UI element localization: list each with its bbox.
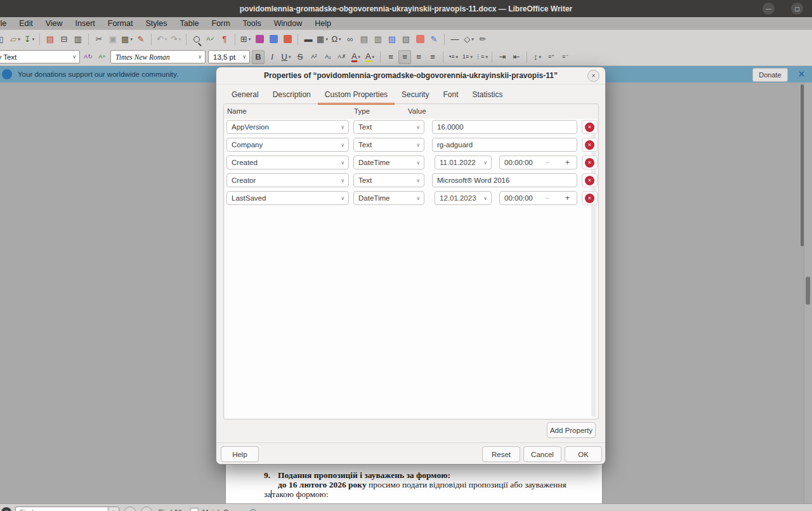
- find-history-dropdown[interactable]: ∨: [108, 507, 119, 511]
- find-and-replace-icon[interactable]: [250, 509, 256, 511]
- match-case-checkbox[interactable]: [190, 508, 199, 511]
- line-spacing-dropdown[interactable]: ▾: [539, 55, 541, 60]
- highlighting-color-dropdown[interactable]: ▾: [372, 55, 375, 60]
- donate-button[interactable]: Donate: [752, 68, 788, 82]
- undo-dropdown[interactable]: ▾: [165, 37, 167, 42]
- find-previous-button[interactable]: ◂: [124, 507, 136, 511]
- insert-page-break-button[interactable]: ▬: [302, 32, 315, 46]
- insert-table-button[interactable]: ⊞▾: [239, 32, 252, 46]
- spelling-button[interactable]: A✓: [204, 32, 217, 46]
- highlighting-color-button[interactable]: A▾: [363, 50, 376, 64]
- scrollbar-thumb[interactable]: [806, 277, 810, 305]
- track-changes-button[interactable]: ✎: [428, 32, 440, 46]
- unordered-list-button[interactable]: •≡▾: [447, 50, 460, 64]
- property-type-combobox[interactable]: DateTime∨: [353, 191, 424, 205]
- chevron-down-icon[interactable]: ∨: [483, 196, 487, 201]
- find-and-replace-button[interactable]: [190, 32, 203, 46]
- copy-button[interactable]: ▣: [107, 32, 119, 46]
- decrease-indent-button[interactable]: ⇤: [510, 50, 523, 64]
- outline-list-button[interactable]: ⋮≡▾: [475, 50, 488, 64]
- basic-shapes-button[interactable]: ◇▾: [462, 32, 475, 46]
- menu-format[interactable]: Format: [102, 17, 140, 30]
- chevron-down-icon[interactable]: ∨: [341, 160, 344, 166]
- font-color-dropdown[interactable]: ▾: [358, 55, 361, 60]
- chevron-down-icon[interactable]: ∨: [483, 160, 487, 166]
- menu-insert[interactable]: Insert: [69, 17, 102, 30]
- property-type-combobox[interactable]: Text∨: [353, 120, 424, 134]
- spin-up-button[interactable]: +: [562, 194, 573, 202]
- underline-dropdown[interactable]: ▾: [289, 55, 291, 60]
- tab-description[interactable]: Description: [266, 87, 318, 105]
- delete-property-button[interactable]: ×: [582, 138, 598, 152]
- menu-help[interactable]: Help: [308, 17, 337, 30]
- font-size-combobox[interactable]: 13,5 pt ∨: [208, 50, 250, 63]
- chevron-down-icon[interactable]: ∨: [341, 196, 344, 201]
- document-page[interactable]: 9.Подання пропозицій і зауважень за форм…: [225, 464, 603, 504]
- italic-button[interactable]: I: [266, 50, 278, 64]
- tab-font[interactable]: Font: [436, 87, 465, 105]
- open-dropdown[interactable]: ▾: [18, 37, 20, 42]
- menu-edit[interactable]: Edit: [13, 17, 39, 30]
- unordered-list-dropdown[interactable]: ▾: [455, 55, 458, 60]
- print-preview-button[interactable]: ▥: [72, 32, 84, 46]
- paste-dropdown[interactable]: ▾: [130, 37, 133, 42]
- print-button[interactable]: ⊟: [58, 32, 70, 46]
- insert-text-box-button[interactable]: [281, 32, 294, 46]
- new-style-button[interactable]: A+: [96, 50, 108, 64]
- delete-property-button[interactable]: ×: [582, 191, 598, 205]
- open-button[interactable]: ▱▾: [9, 32, 22, 46]
- insert-special-character-dropdown[interactable]: ▾: [339, 37, 341, 42]
- menu-styles[interactable]: Styles: [139, 17, 173, 30]
- justified-button[interactable]: ≡: [426, 50, 439, 64]
- basic-shapes-dropdown[interactable]: ▾: [471, 37, 474, 42]
- horizontal-line-button[interactable]: —: [449, 32, 461, 46]
- chevron-down-icon[interactable]: ∨: [416, 196, 420, 201]
- ordered-list-button[interactable]: 1≡▾: [461, 50, 474, 64]
- ok-button[interactable]: OK: [565, 446, 602, 462]
- insert-hyperlink-button[interactable]: ∞: [344, 32, 357, 46]
- property-value-input[interactable]: [432, 138, 577, 152]
- align-center-button[interactable]: ≡: [398, 50, 411, 64]
- menu-tools[interactable]: Tools: [237, 17, 268, 30]
- spin-down-button[interactable]: −: [542, 194, 553, 202]
- line-spacing-button[interactable]: ↕▾: [531, 50, 544, 64]
- property-type-combobox[interactable]: Text∨: [353, 138, 424, 152]
- maximize-icon[interactable]: ▢: [791, 3, 803, 15]
- chevron-down-icon[interactable]: ∨: [416, 142, 420, 148]
- chevron-down-icon[interactable]: ∨: [416, 124, 420, 130]
- chevron-down-icon[interactable]: ∨: [416, 160, 420, 166]
- minimize-icon[interactable]: —: [763, 3, 775, 15]
- insert-field-dropdown[interactable]: ▾: [325, 37, 328, 42]
- insert-chart-button[interactable]: [267, 32, 280, 46]
- property-time-input[interactable]: 00:00:00−+: [499, 156, 577, 169]
- outline-list-dropdown[interactable]: ▾: [485, 55, 488, 60]
- find-all-label[interactable]: Find All: [159, 508, 181, 511]
- delete-property-button[interactable]: ×: [582, 120, 598, 134]
- property-date-combobox[interactable]: 12.01.2023∨: [435, 191, 492, 205]
- find-close-icon[interactable]: ×: [1, 507, 11, 511]
- menu-table[interactable]: Table: [173, 17, 205, 30]
- align-left-button[interactable]: ≡: [384, 50, 397, 64]
- chevron-down-icon[interactable]: ∨: [239, 54, 246, 60]
- save-button[interactable]: ↧▾: [23, 32, 36, 46]
- delete-property-button[interactable]: ×: [582, 173, 598, 187]
- property-value-input[interactable]: [432, 120, 577, 134]
- scrollbar-thumb-long[interactable]: [801, 84, 804, 246]
- menu-file[interactable]: File: [0, 17, 13, 30]
- property-time-input[interactable]: 00:00:00−+: [499, 191, 577, 205]
- strikethrough-button[interactable]: S: [294, 50, 306, 64]
- spin-up-button[interactable]: +: [562, 159, 573, 166]
- property-name-combobox[interactable]: LastSaved∨: [226, 191, 349, 205]
- property-name-combobox[interactable]: Creator∨: [226, 173, 349, 187]
- delete-property-button[interactable]: ×: [582, 156, 598, 169]
- property-name-combobox[interactable]: Created∨: [226, 156, 349, 169]
- cancel-button[interactable]: Cancel: [523, 446, 561, 462]
- chevron-down-icon[interactable]: ∨: [416, 178, 420, 183]
- insert-cross-reference-button[interactable]: ▧: [400, 32, 412, 46]
- insert-bookmark-button[interactable]: ▨: [386, 32, 398, 46]
- insert-image-button[interactable]: [253, 32, 266, 46]
- chevron-down-icon[interactable]: ∨: [341, 178, 344, 183]
- insert-table-dropdown[interactable]: ▾: [249, 37, 251, 42]
- save-dropdown[interactable]: ▾: [32, 37, 35, 42]
- increase-paragraph-spacing-button[interactable]: ≡⁺: [545, 50, 558, 64]
